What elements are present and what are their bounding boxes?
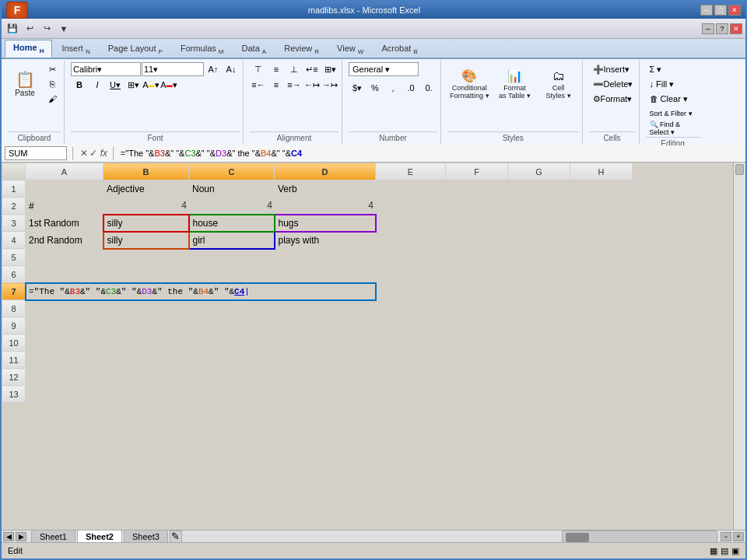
- cell-e7[interactable]: [376, 283, 446, 300]
- cell-b3[interactable]: silly: [103, 215, 189, 232]
- cell-f6[interactable]: [446, 266, 508, 283]
- font-name-box[interactable]: Calibri▾: [71, 62, 141, 76]
- scroll-left-button[interactable]: ◀: [3, 532, 14, 541]
- cell-c2[interactable]: 4: [189, 198, 275, 215]
- decrease-indent-button[interactable]: ←↦: [303, 78, 321, 92]
- decrease-decimal-button[interactable]: 0.: [420, 81, 437, 95]
- cell-g2[interactable]: [508, 198, 570, 215]
- align-middle-button[interactable]: ≡: [268, 62, 285, 76]
- cell-f3[interactable]: [446, 215, 508, 232]
- comma-button[interactable]: ,: [384, 81, 402, 95]
- align-center-button[interactable]: ≡: [268, 78, 285, 92]
- accounting-format-button[interactable]: $▾: [349, 81, 366, 95]
- cell-a2[interactable]: #: [26, 198, 103, 215]
- font-color-button[interactable]: A▬▾: [160, 78, 177, 92]
- number-format-box[interactable]: General ▾: [349, 62, 419, 76]
- cell-b1[interactable]: Adjective: [103, 180, 189, 198]
- cell-f7[interactable]: [446, 283, 508, 300]
- cut-button[interactable]: ✂: [44, 62, 61, 76]
- cell-b5[interactable]: [103, 249, 189, 266]
- cell-d1[interactable]: Verb: [275, 180, 376, 198]
- cell-g3[interactable]: [508, 215, 570, 232]
- clear-button[interactable]: 🗑 Clear ▾: [646, 92, 700, 106]
- cell-a5[interactable]: [26, 249, 103, 266]
- cell-b4[interactable]: silly: [103, 232, 189, 249]
- cell-e5[interactable]: [376, 249, 446, 266]
- qat-dropdown[interactable]: ▼: [56, 22, 72, 36]
- cell-a3[interactable]: 1st Random: [26, 215, 103, 232]
- cell-d3[interactable]: hugs: [275, 215, 376, 232]
- vertical-scrollbar[interactable]: [733, 163, 745, 530]
- tab-home[interactable]: Home H: [5, 40, 52, 58]
- cancel-formula-button[interactable]: ✕: [80, 148, 88, 159]
- percent-button[interactable]: %: [366, 81, 384, 95]
- sheet-tab-sheet1[interactable]: Sheet1: [31, 530, 75, 543]
- cell-d2[interactable]: 4: [275, 198, 376, 215]
- tab-acrobat[interactable]: Acrobat B: [373, 40, 426, 58]
- font-grow-button[interactable]: A↑: [205, 62, 222, 76]
- sort-filter-button[interactable]: Sort & Filter ▾: [646, 107, 700, 121]
- italic-button[interactable]: I: [89, 78, 106, 92]
- cell-f4[interactable]: [446, 232, 508, 249]
- align-top-button[interactable]: ⊤: [250, 62, 267, 76]
- format-painter-button[interactable]: 🖌: [44, 92, 61, 106]
- find-select-button[interactable]: 🔍 Find & Select ▾: [646, 121, 700, 135]
- increase-decimal-button[interactable]: .0: [402, 81, 419, 95]
- col-header-g[interactable]: G: [508, 163, 570, 180]
- formula-input[interactable]: ="The "&B3&" "&C3&" "&D3&" the "&B4&" "&…: [121, 149, 742, 158]
- cell-g1[interactable]: [508, 180, 570, 198]
- sheet-tab-sheet3[interactable]: Sheet3: [124, 530, 168, 543]
- font-size-box[interactable]: 11▾: [142, 62, 204, 76]
- format-cells-button[interactable]: ⚙ Format ▾: [589, 92, 636, 106]
- col-header-a[interactable]: A: [26, 163, 103, 180]
- align-right-button[interactable]: ≡→: [286, 78, 303, 92]
- cell-g5[interactable]: [508, 249, 570, 266]
- increase-indent-button[interactable]: →↦: [321, 78, 338, 92]
- col-header-e[interactable]: E: [376, 163, 446, 180]
- cell-h4[interactable]: [570, 232, 633, 249]
- align-bottom-button[interactable]: ⊥: [286, 62, 303, 76]
- cell-c6[interactable]: [189, 266, 275, 283]
- autosum-button[interactable]: Σ ▾: [646, 62, 700, 76]
- confirm-formula-button[interactable]: ✓: [89, 148, 97, 159]
- cell-a4[interactable]: 2nd Random: [26, 232, 103, 249]
- cell-c3[interactable]: house: [189, 215, 275, 232]
- format-as-table-button[interactable]: 📊 Formatas Table ▾: [495, 62, 535, 106]
- view-layout-button[interactable]: ▤: [721, 546, 728, 556]
- ribbon-help-button[interactable]: ?: [716, 23, 728, 34]
- restore-button[interactable]: □: [714, 5, 727, 16]
- minimize-button[interactable]: ─: [700, 5, 713, 16]
- tab-view[interactable]: View W: [328, 40, 372, 58]
- col-header-f[interactable]: F: [446, 163, 508, 180]
- font-shrink-button[interactable]: A↓: [223, 62, 240, 76]
- border-button[interactable]: ⊞▾: [124, 78, 142, 92]
- add-sheet-button[interactable]: ✎: [170, 530, 182, 543]
- col-header-c[interactable]: C: [189, 163, 275, 180]
- view-preview-button[interactable]: ▣: [731, 546, 739, 556]
- copy-button[interactable]: ⎘: [44, 77, 61, 91]
- qat-redo[interactable]: ↪: [39, 22, 54, 36]
- cell-h7[interactable]: [570, 283, 633, 300]
- cell-a6[interactable]: [26, 266, 103, 283]
- cell-f2[interactable]: [446, 198, 508, 215]
- cell-a7[interactable]: ="The "&B3&" "&C3&" "&D3&" the "&B4&" "&…: [26, 283, 376, 300]
- ribbon-min-button[interactable]: ─: [702, 23, 714, 34]
- fill-button[interactable]: ↓ Fill ▾: [646, 77, 700, 91]
- cell-e1[interactable]: [376, 180, 446, 198]
- conditional-formatting-button[interactable]: 🎨 ConditionalFormatting ▾: [447, 62, 492, 106]
- cell-h2[interactable]: [570, 198, 633, 215]
- cell-c5[interactable]: [189, 249, 275, 266]
- wrap-text-button[interactable]: ↵≡: [303, 62, 321, 76]
- cell-g6[interactable]: [508, 266, 570, 283]
- underline-button[interactable]: U▾: [107, 78, 124, 92]
- align-left-button[interactable]: ≡←: [250, 78, 267, 92]
- cell-g4[interactable]: [508, 232, 570, 249]
- insert-cells-button[interactable]: ➕ Insert ▾: [589, 62, 636, 76]
- cell-e4[interactable]: [376, 232, 446, 249]
- cell-h1[interactable]: [570, 180, 633, 198]
- cell-g7[interactable]: [508, 283, 570, 300]
- scroll-right-button[interactable]: ▶: [16, 532, 26, 541]
- cell-f1[interactable]: [446, 180, 508, 198]
- merge-center-button[interactable]: ⊞▾: [321, 62, 338, 76]
- grid-scroll-area[interactable]: A B C D E F G H 1: [2, 163, 733, 530]
